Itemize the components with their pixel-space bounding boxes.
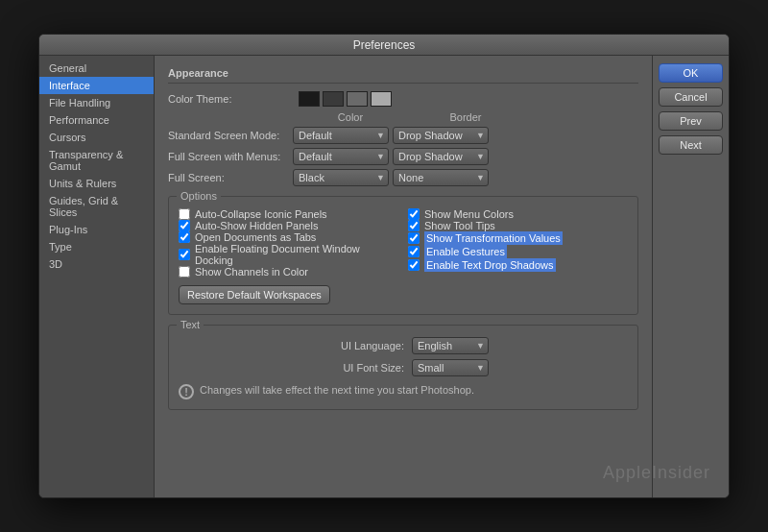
enable-drop-shadows-label: Enable Text Drop Shadows [424,258,556,272]
fullscreen-menus-border-wrap: Drop ShadowNone ▼ [393,148,489,165]
show-channels-row: Show Channels in Color [179,266,398,278]
window-title: Preferences [353,38,416,52]
standard-screen-label: Standard Screen Mode: [168,130,293,141]
sidebar-item-plug-ins[interactable]: Plug-Ins [39,221,154,238]
sidebar-item-general[interactable]: General [39,60,154,77]
options-title: Options [177,190,221,202]
auto-collapse-row: Auto-Collapse Iconic Panels [179,208,398,220]
open-docs-checkbox[interactable] [179,231,190,243]
standard-screen-row: Standard Screen Mode: DefaultBlack ▼ Dro… [168,127,638,144]
ok-button[interactable]: OK [659,63,723,83]
language-row: UI Language: English ▼ [179,337,628,354]
show-transform-row: Show Transformation Values [408,231,628,245]
font-size-row: UI Font Size: SmallMediumLarge ▼ [179,359,628,376]
enable-gestures-checkbox[interactable] [408,246,420,257]
swatch-dark[interactable] [323,91,344,107]
show-transform-label: Show Transformation Values [424,231,563,245]
floating-dock-checkbox[interactable] [179,249,190,260]
sidebar-item-transparency--gamut[interactable]: Transparency & Gamut [39,146,154,175]
language-label: UI Language: [318,340,404,351]
fullscreen-menus-label: Full Screen with Menus: [168,151,293,162]
show-transform-checkbox[interactable] [408,232,420,244]
auto-collapse-label: Auto-Collapse Iconic Panels [195,208,327,220]
options-left-col: Auto-Collapse Iconic Panels Auto-Show Hi… [179,208,398,278]
table-header: Color Border [168,111,638,123]
sidebar-item-interface[interactable]: Interface [39,77,154,94]
enable-gestures-label: Enable Gestures [424,245,507,258]
options-right-col: Show Menu Colors Show Tool Tips Show Tra… [408,208,628,278]
show-tool-tips-label: Show Tool Tips [424,220,495,231]
show-tool-tips-row: Show Tool Tips [408,220,628,231]
color-header: Color [293,111,408,123]
font-size-select[interactable]: SmallMediumLarge [412,359,489,376]
floating-dock-label: Enable Floating Document Window Docking [195,243,398,266]
standard-border-select[interactable]: Drop ShadowNone [393,127,489,144]
titlebar: Preferences [39,35,729,56]
fullscreen-border-select[interactable]: NoneDrop Shadow [393,169,489,186]
show-channels-label: Show Channels in Color [195,266,308,278]
swatch-medium[interactable] [347,91,368,107]
auto-collapse-checkbox[interactable] [179,208,190,220]
color-theme-label: Color Theme: [168,93,293,105]
appearance-title: Appearance [168,67,638,84]
show-channels-checkbox[interactable] [179,266,190,278]
sidebar-item-performance[interactable]: Performance [39,111,154,129]
options-section: Options Auto-Collapse Iconic Panels Auto… [168,196,638,315]
swatch-light[interactable] [371,91,392,107]
color-theme-row: Color Theme: [168,91,638,107]
auto-show-row: Auto-Show Hidden Panels [179,220,398,231]
sidebar-item-3d[interactable]: 3D [39,255,154,273]
font-size-label: UI Font Size: [318,362,404,374]
cancel-button[interactable]: Cancel [659,87,723,107]
main-content: Appearance Color Theme: Color Border [155,56,652,497]
info-text: Changes will take effect the next time y… [200,384,474,396]
border-header: Border [408,111,523,123]
enable-drop-shadows-checkbox[interactable] [408,259,420,271]
standard-border-wrap: Drop ShadowNone ▼ [393,127,489,144]
standard-color-select[interactable]: DefaultBlack [293,127,389,144]
fullscreen-menus-row: Full Screen with Menus: DefaultBlack ▼ D… [168,148,638,165]
floating-dock-row: Enable Floating Document Window Docking [179,243,398,266]
fullscreen-row: Full Screen: BlackDefault ▼ NoneDrop Sha… [168,169,638,186]
info-icon: ! [179,384,194,399]
sidebar-item-cursors[interactable]: Cursors [39,129,154,146]
color-swatches [299,91,392,107]
standard-color-wrap: DefaultBlack ▼ [293,127,389,144]
text-rows: UI Language: English ▼ UI Font Size: [179,337,628,376]
fullscreen-menus-border-select[interactable]: Drop ShadowNone [393,148,489,165]
language-select[interactable]: English [412,337,489,354]
restore-workspaces-button[interactable]: Restore Default Workspaces [179,285,330,304]
show-menu-colors-label: Show Menu Colors [424,208,514,220]
auto-show-label: Auto-Show Hidden Panels [195,220,318,231]
options-grid: Auto-Collapse Iconic Panels Auto-Show Hi… [179,208,628,278]
fullscreen-menus-color-select[interactable]: DefaultBlack [293,148,389,165]
sidebar-item-file-handling[interactable]: File Handling [39,94,154,111]
fullscreen-label: Full Screen: [168,172,293,183]
info-row: ! Changes will take effect the next time… [179,384,628,399]
preferences-window: Preferences GeneralInterfaceFile Handlin… [38,34,730,498]
auto-show-checkbox[interactable] [179,220,190,231]
appearance-section: Appearance Color Theme: Color Border [168,67,638,186]
fullscreen-border-wrap: NoneDrop Shadow ▼ [393,169,489,186]
font-size-wrap: SmallMediumLarge ▼ [412,359,489,376]
sidebar-item-units--rulers[interactable]: Units & Rulers [39,175,154,192]
fullscreen-menus-color-wrap: DefaultBlack ▼ [293,148,389,165]
fullscreen-color-select[interactable]: BlackDefault [293,169,389,186]
open-docs-label: Open Documents as Tabs [195,231,316,243]
enable-gestures-row: Enable Gestures [408,245,628,258]
text-section: Text UI Language: English ▼ [168,325,638,410]
open-docs-row: Open Documents as Tabs [179,231,398,243]
next-button[interactable]: Next [659,135,723,155]
show-tool-tips-checkbox[interactable] [408,220,420,231]
sidebar-item-type[interactable]: Type [39,238,154,255]
show-menu-colors-checkbox[interactable] [408,208,420,220]
show-menu-colors-row: Show Menu Colors [408,208,628,220]
sidebar-item-guides-grid--slices[interactable]: Guides, Grid & Slices [39,192,154,221]
prev-button[interactable]: Prev [659,111,723,131]
buttons-panel: OK Cancel Prev Next [652,56,729,497]
enable-drop-shadows-row: Enable Text Drop Shadows [408,258,628,272]
swatch-darkest[interactable] [299,91,320,107]
text-section-title: Text [177,319,204,330]
language-wrap: English ▼ [412,337,489,354]
watermark-text: AppleInsider [603,463,710,483]
